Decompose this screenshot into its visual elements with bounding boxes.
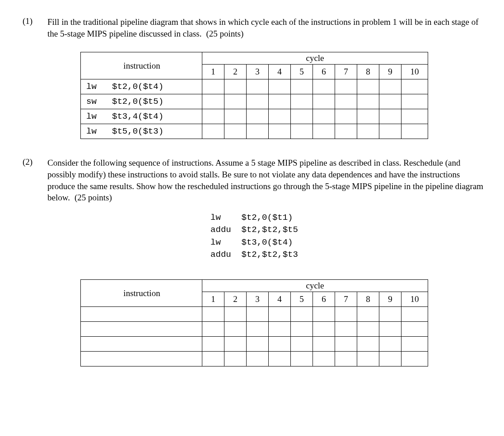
- pipe-cell: [379, 322, 401, 337]
- problem-1-prompt: Fill in the traditional pipeline diagram…: [47, 16, 486, 39]
- pipeline-table-2: instruction cycle 1 2 3 4 5 6 7 8 9 10: [80, 279, 428, 366]
- instr-op: lw: [86, 126, 97, 136]
- cycle-col-8: 8: [357, 65, 379, 79]
- pipe-cell: [313, 109, 335, 124]
- instr-args: $t3,4($t4): [112, 111, 163, 121]
- instr-cell-empty: [81, 337, 202, 352]
- pipe-cell: [357, 307, 379, 322]
- instr-args: $t2,0($t4): [112, 82, 163, 92]
- code-args: $t3,0($t4): [242, 237, 293, 247]
- table-row: lw $t2,0($t4): [81, 79, 428, 94]
- code-op: addu: [210, 250, 231, 260]
- cycle-col-8: 8: [357, 292, 379, 307]
- code-args: $t2,$t2,$t5: [242, 225, 298, 235]
- pipe-cell: [379, 307, 401, 322]
- pipe-cell: [247, 337, 269, 352]
- table-row: [81, 307, 428, 322]
- pipe-cell: [357, 124, 379, 139]
- cycle-col-4: 4: [269, 65, 291, 79]
- pipe-cell: [224, 94, 247, 109]
- pipe-cell: [357, 109, 379, 124]
- pipe-cell: [291, 109, 313, 124]
- problem-1-text: Fill in the traditional pipeline diagram…: [47, 17, 479, 38]
- pipe-cell: [401, 124, 428, 139]
- pipe-cell: [247, 124, 269, 139]
- table-1-wrap: instruction cycle 1 2 3 4 5 6 7 8 9 10 l…: [23, 39, 486, 139]
- instr-op: sw: [86, 97, 97, 107]
- pipe-cell: [247, 94, 269, 109]
- pipe-cell: [357, 322, 379, 337]
- pipe-cell: [401, 352, 428, 366]
- pipe-cell: [379, 94, 401, 109]
- pipe-cell: [335, 322, 357, 337]
- pipe-cell: [202, 337, 224, 352]
- pipe-cell: [202, 94, 224, 109]
- instr-cell: lw $t3,4($t4): [81, 109, 202, 124]
- cycle-col-5: 5: [291, 292, 313, 307]
- pipe-cell: [224, 307, 247, 322]
- pipe-cell: [335, 94, 357, 109]
- table-2-instruction-header: instruction: [81, 280, 202, 307]
- table-row: [81, 352, 428, 366]
- cycle-col-10: 10: [401, 292, 428, 307]
- pipe-cell: [224, 352, 247, 366]
- pipe-cell: [202, 124, 224, 139]
- problem-2-prompt: Consider the following sequence of instr…: [47, 157, 486, 204]
- cycle-col-2: 2: [224, 65, 247, 79]
- pipe-cell: [269, 109, 291, 124]
- cycle-col-7: 7: [335, 65, 357, 79]
- pipe-cell: [401, 322, 428, 337]
- table-row: lw $t5,0($t3): [81, 124, 428, 139]
- pipe-cell: [379, 124, 401, 139]
- pipe-cell: [335, 124, 357, 139]
- problem-2-number: (2): [23, 157, 47, 204]
- table-2-wrap: instruction cycle 1 2 3 4 5 6 7 8 9 10: [23, 267, 486, 366]
- table-1-cycle-header: cycle: [202, 52, 428, 65]
- cycle-col-9: 9: [379, 65, 401, 79]
- table-row: [81, 322, 428, 337]
- pipe-cell: [379, 352, 401, 366]
- instr-args: $t5,0($t3): [112, 126, 163, 136]
- table-row: sw $t2,0($t5): [81, 94, 428, 109]
- table-1-instruction-header: instruction: [81, 52, 202, 79]
- instr-cell-empty: [81, 307, 202, 322]
- pipe-cell: [269, 307, 291, 322]
- pipe-cell: [357, 79, 379, 94]
- problem-2-points: (25 points): [75, 193, 112, 202]
- pipe-cell: [357, 94, 379, 109]
- cycle-col-4: 4: [269, 292, 291, 307]
- pipe-cell: [202, 79, 224, 94]
- table-row: [81, 337, 428, 352]
- cycle-col-10: 10: [401, 65, 428, 79]
- pipe-cell: [357, 352, 379, 366]
- pipe-cell: [224, 337, 247, 352]
- cycle-col-5: 5: [291, 65, 313, 79]
- pipe-cell: [202, 307, 224, 322]
- code-block-wrap: lw $t2,0($t1) addu $t2,$t2,$t5 lw $t3,0(…: [23, 204, 486, 267]
- pipe-cell: [335, 109, 357, 124]
- code-line: addu $t2,$t2,$t3: [210, 249, 298, 261]
- pipe-cell: [401, 109, 428, 124]
- cycle-col-2: 2: [224, 292, 247, 307]
- cycle-col-6: 6: [313, 292, 335, 307]
- code-block: lw $t2,0($t1) addu $t2,$t2,$t5 lw $t3,0(…: [210, 212, 298, 261]
- code-args: $t2,0($t1): [242, 213, 293, 223]
- pipe-cell: [313, 352, 335, 366]
- pipe-cell: [202, 109, 224, 124]
- pipe-cell: [313, 307, 335, 322]
- pipe-cell: [224, 79, 247, 94]
- pipe-cell: [335, 307, 357, 322]
- pipe-cell: [291, 337, 313, 352]
- cycle-col-7: 7: [335, 292, 357, 307]
- pipe-cell: [379, 337, 401, 352]
- pipe-cell: [401, 307, 428, 322]
- pipe-cell: [291, 352, 313, 366]
- instr-cell: lw $t5,0($t3): [81, 124, 202, 139]
- instr-cell-empty: [81, 352, 202, 366]
- pipe-cell: [291, 322, 313, 337]
- pipe-cell: [291, 124, 313, 139]
- pipe-cell: [313, 124, 335, 139]
- pipe-cell: [224, 124, 247, 139]
- pipe-cell: [224, 322, 247, 337]
- pipe-cell: [313, 322, 335, 337]
